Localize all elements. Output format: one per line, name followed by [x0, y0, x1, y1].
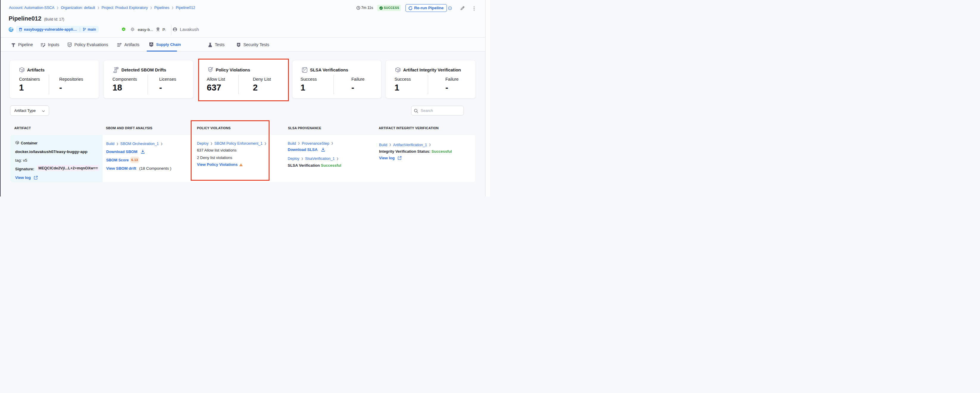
svg-text:∞: ∞ [123, 28, 125, 31]
